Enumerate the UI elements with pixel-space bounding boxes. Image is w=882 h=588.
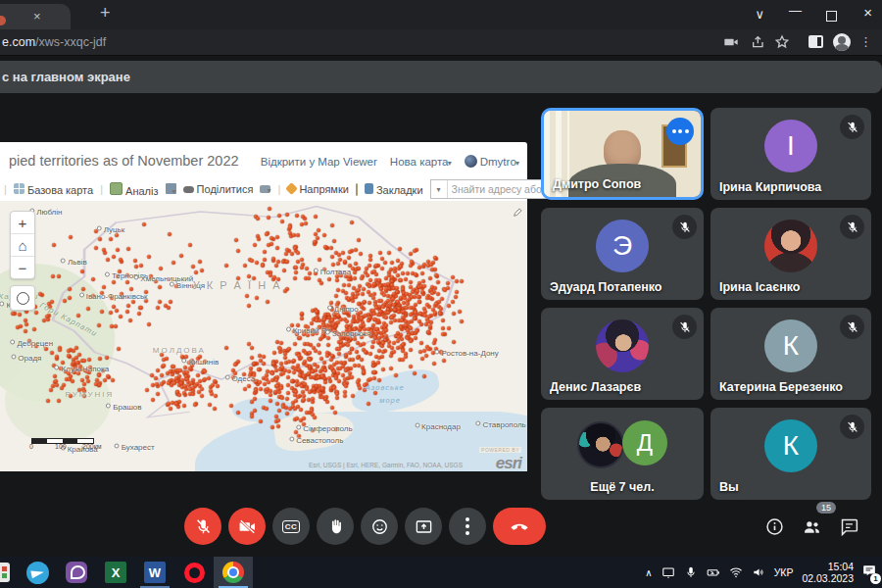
reactions-button[interactable] (361, 508, 398, 545)
camera-permission-icon[interactable] (723, 34, 741, 50)
edit-map-icon[interactable] (513, 204, 522, 221)
action-center-icon[interactable]: 1 (862, 564, 876, 581)
map-canvas[interactable]: ЛюблінЛуцькЛьвівТернопільХмельницькийІва… (0, 201, 527, 471)
country-borders (0, 201, 527, 471)
window-minimize-icon[interactable]: — (789, 4, 802, 17)
zoom-out-button[interactable]: − (11, 257, 34, 278)
camera-toggle-button[interactable] (228, 508, 266, 545)
map-toolbar: | Базова карта | Аналіз ▾ Поділитися ▾ |… (0, 177, 531, 201)
participant-name: Дмитро Сопов (553, 177, 641, 191)
measure-icon[interactable] (356, 183, 358, 196)
locate-button[interactable] (10, 285, 35, 311)
address-bar[interactable]: e.com/xws-xxqc-jdf ⋮ (0, 29, 882, 56)
speaker-icon[interactable] (752, 565, 765, 579)
search-dropdown-icon[interactable]: ▾ (431, 180, 448, 198)
screen-cast-icon[interactable] (662, 565, 675, 579)
participant-name: Катерина Березенко (719, 380, 843, 394)
store-app-icon[interactable] (0, 557, 18, 588)
people-count-badge: 15 (816, 502, 836, 514)
participant-tile-denys-lazarev[interactable]: Денис Лазарєв (541, 308, 704, 400)
new-tab-button[interactable]: + (100, 3, 111, 24)
print-button[interactable]: ▾ (260, 183, 270, 195)
tray-mic-icon[interactable] (684, 565, 698, 579)
tile-options-icon[interactable] (666, 118, 694, 145)
battery-icon[interactable] (707, 565, 720, 579)
chat-panel-icon[interactable] (839, 516, 859, 541)
open-map-viewer-link[interactable]: Відкрити у Map Viewer (261, 156, 377, 168)
participant-name: Ірина Кирпичова (719, 180, 821, 194)
presenting-banner-text: с на главном экране (2, 70, 130, 84)
captions-button[interactable]: CC (272, 508, 310, 545)
taskbar-apps: X W (0, 557, 253, 588)
participant-tile-iryna-isaenko[interactable]: Ірина Ісаєнко (710, 208, 871, 300)
avatar: К (764, 419, 817, 472)
overflow-label: Ещё 7 чел. (541, 480, 704, 494)
profile-avatar[interactable] (833, 33, 851, 51)
language-indicator[interactable]: УКР (774, 566, 794, 578)
opera-app-icon[interactable] (174, 557, 214, 588)
powered-by-label: POWERED BY (479, 447, 521, 453)
scale-0: 0 (29, 443, 33, 450)
present-screen-button[interactable] (405, 508, 442, 545)
leave-call-button[interactable] (493, 508, 546, 545)
telegram-app-icon[interactable] (18, 557, 57, 588)
share-map-button[interactable]: Поділитися (183, 183, 254, 195)
user-menu[interactable]: Dmytro ▾ (465, 155, 519, 168)
mic-off-icon (672, 215, 697, 239)
avatar: Д (622, 420, 667, 466)
url-text[interactable]: e.com/xws-xxqc-jdf (2, 35, 106, 49)
participant-name: Ірина Ісаєнко (719, 280, 800, 294)
participants-panel-icon[interactable] (802, 516, 822, 541)
more-options-button[interactable] (449, 508, 486, 545)
viber-app-icon[interactable] (57, 557, 96, 588)
url-path: /xws-xxqc-jdf (35, 35, 106, 49)
participant-tile-kateryna-berezenko[interactable]: К Катерина Березенко (710, 308, 871, 400)
bookmarks-button[interactable]: Закладки (365, 183, 423, 196)
map-title: pied territories as of November 2022 (9, 153, 239, 169)
scale-bar: 0 100 200км (31, 438, 94, 444)
window-close-icon[interactable]: × (863, 6, 872, 19)
presenting-banner: с на главном экране (0, 61, 882, 93)
mic-off-icon (840, 315, 864, 339)
tab-close-icon[interactable]: × (33, 9, 41, 24)
basemap-button[interactable]: Базова карта (14, 183, 93, 196)
tray-chevron-icon[interactable]: ∧ (645, 567, 652, 578)
participant-name: Эдуард Потапенко (550, 280, 662, 294)
taskbar-clock[interactable]: 15:04 02.03.2023 (802, 561, 854, 584)
globe-icon (465, 155, 477, 168)
directions-button[interactable]: Напрямки (287, 183, 349, 195)
share-icon[interactable] (751, 34, 768, 50)
home-button[interactable]: ⌂ (11, 234, 34, 257)
browser-tab[interactable]: × (0, 4, 71, 29)
participant-name: Денис Лазарєв (550, 380, 641, 394)
participant-tile-dmytro-sopov[interactable]: Дмитро Сопов (541, 108, 704, 200)
new-map-menu[interactable]: Нова карта ▾ (390, 156, 452, 168)
zoom-in-button[interactable]: + (11, 212, 34, 234)
avatar-photo (596, 319, 649, 372)
word-app-icon[interactable]: W (135, 557, 174, 588)
analysis-button[interactable]: Аналіз (110, 182, 159, 197)
avatar: Э (596, 220, 649, 272)
participant-grid: Дмитро Сопов І Ірина Кирпичова Э Эдуард … (541, 108, 871, 500)
clock-time: 15:04 (802, 561, 854, 572)
excel-app-icon[interactable]: X (96, 557, 135, 588)
map-header-links: Відкрити у Map Viewer Нова карта ▾ Dmytr… (261, 155, 519, 168)
raise-hand-button[interactable] (317, 508, 354, 545)
participant-tile-you[interactable]: К Вы (710, 408, 871, 500)
mic-toggle-button[interactable] (184, 508, 221, 545)
save-button[interactable]: ▾ (166, 183, 176, 196)
participant-name: Вы (719, 480, 739, 494)
wifi-icon[interactable] (729, 565, 743, 579)
meet-control-bar: CC (184, 508, 546, 545)
participant-tile-iryna-kyrpychova[interactable]: І Ірина Кирпичова (710, 108, 871, 200)
bookmark-star-icon[interactable] (774, 34, 792, 50)
browser-menu-icon[interactable]: ⋮ (859, 34, 872, 49)
side-panel-icon[interactable] (808, 35, 823, 48)
window-restore-icon[interactable] (826, 11, 837, 22)
participant-tile-eduard-potapenko[interactable]: Э Эдуард Потапенко (541, 208, 704, 300)
browser-tab-strip: × + ∨ — × (0, 0, 882, 29)
window-menu-icon[interactable]: ∨ (755, 8, 764, 21)
chrome-app-icon[interactable] (214, 557, 253, 588)
meeting-details-icon[interactable] (764, 516, 785, 541)
overflow-tile-more-people[interactable]: Д Ещё 7 чел. (541, 408, 704, 500)
